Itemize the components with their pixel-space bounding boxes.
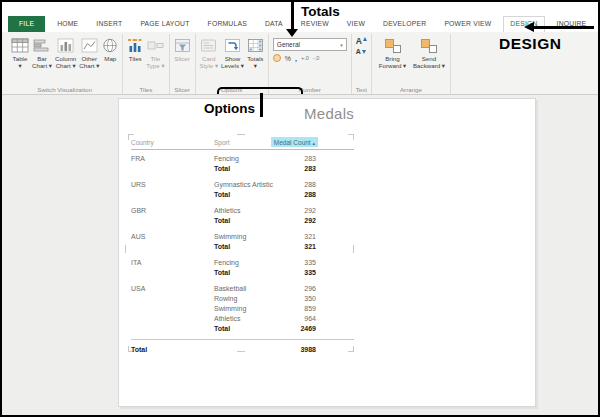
tab-data[interactable]: DATA <box>259 16 289 32</box>
number-format-dropdown[interactable]: General ▾ <box>273 38 347 51</box>
table-cell: 292 <box>286 207 316 214</box>
tab-formulas[interactable]: FORMULAS <box>202 16 253 32</box>
tab-developer[interactable]: DEVELOPER <box>377 16 432 32</box>
tab-file[interactable]: FILE <box>8 16 45 32</box>
totals-button[interactable]: Totals ▾ <box>247 36 264 70</box>
group-slicer: Slicer Slicer <box>170 34 196 94</box>
table-group-aus: AUSSwimming321Total321 <box>131 231 354 251</box>
table-icon <box>11 37 29 53</box>
app-window: FILEHOMEINSERTPAGE LAYOUTFORMULASDATAREV… <box>0 0 600 417</box>
tab-inquire[interactable]: INQUIRE <box>551 16 593 32</box>
table-visualization[interactable]: Country Sport Medal Count ▴ FRAFencing28… <box>131 137 354 354</box>
selection-handle-left[interactable] <box>125 245 126 253</box>
table-row[interactable]: AUSSwimming321 <box>131 231 316 241</box>
table-cell: Total <box>214 217 286 224</box>
table-row[interactable]: USABasketball296 <box>131 283 316 293</box>
group-number: General ▾ % , +.0 -.0 Number <box>269 34 352 94</box>
table-row[interactable]: Total292 <box>131 215 316 225</box>
table-cell: Athletics <box>214 207 286 214</box>
comma-format-button[interactable]: , <box>295 55 297 62</box>
table-row[interactable]: Rowing350 <box>131 293 316 303</box>
other-chart-button[interactable]: Other Chart ▾ <box>79 36 99 70</box>
bring-forward-button[interactable]: Bring Forward ▾ <box>376 36 409 70</box>
table-cell: Rowing <box>214 295 286 302</box>
column-chart-label: Column <box>55 55 76 62</box>
table-row[interactable]: URSGymnastics Artistic288 <box>131 179 316 189</box>
table-row[interactable]: Total321 <box>131 241 316 251</box>
increase-font-button[interactable]: A <box>356 36 367 46</box>
decrease-font-label: A <box>356 48 361 55</box>
group-options: Card Style ▾ Show Levels ▾ Totals ▾ <box>196 34 269 94</box>
bring-forward-caret: Forward ▾ <box>379 62 407 69</box>
table-row[interactable]: Total335 <box>131 267 316 277</box>
report-title[interactable]: Medals <box>304 105 354 122</box>
decrease-font-button[interactable]: A <box>356 48 367 55</box>
tab-home[interactable]: HOME <box>51 16 84 32</box>
table-row[interactable]: Total283 <box>131 163 316 173</box>
send-backward-caret: Backward ▾ <box>413 62 445 69</box>
increase-font-label: A <box>356 36 362 46</box>
number-format-value: General <box>277 41 300 48</box>
column-header-country[interactable]: Country <box>131 139 154 146</box>
table-cell: ITA <box>131 259 214 266</box>
table-cell: FRA <box>131 155 214 162</box>
tab-page-layout[interactable]: PAGE LAYOUT <box>134 16 195 32</box>
table-cell: Fencing <box>214 259 286 266</box>
show-levels-caret: Levels ▾ <box>221 62 244 69</box>
column-chart-icon <box>57 37 74 53</box>
column-header-medal-count[interactable]: Medal Count ▴ <box>271 137 318 147</box>
totals-button-caret: ▾ <box>254 62 257 69</box>
table-row[interactable]: GBRAthletics292 <box>131 205 316 215</box>
decrease-decimal-button[interactable]: -.0 <box>313 55 319 61</box>
pv-table-body: FRAFencing283Total283URSGymnastics Artis… <box>131 150 354 333</box>
tile-type-button[interactable]: Tile Type ▾ <box>146 36 164 70</box>
send-backward-button[interactable]: Send Backward ▾ <box>412 36 446 70</box>
triangle-down-icon <box>362 50 366 54</box>
other-chart-icon <box>81 37 98 53</box>
power-view-sheet[interactable]: Medals Country Sport Medal Count ▴ FRAFe… <box>118 98 536 407</box>
percent-format-button[interactable]: % <box>285 55 291 62</box>
card-style-button[interactable]: Card Style ▾ <box>200 36 219 70</box>
table-cell: Athletics <box>214 315 286 322</box>
bar-chart-button[interactable]: Bar Chart ▾ <box>32 36 52 70</box>
table-row[interactable]: ITAFencing335 <box>131 257 316 267</box>
currency-format-icon[interactable] <box>273 54 281 62</box>
table-row[interactable]: Total2469 <box>131 323 316 333</box>
table-cell: 964 <box>286 315 316 322</box>
bar-chart-icon <box>33 37 50 53</box>
table-cell: 321 <box>286 243 316 250</box>
table-group-fra: FRAFencing283Total283 <box>131 153 354 173</box>
ribbon-tab-bar: FILEHOMEINSERTPAGE LAYOUTFORMULASDATAREV… <box>2 2 598 32</box>
selection-handle-top[interactable] <box>237 134 245 135</box>
table-row[interactable]: FRAFencing283 <box>131 153 316 163</box>
other-chart-label: Other <box>82 55 97 62</box>
map-button[interactable]: Map <box>102 36 118 62</box>
tiles-button[interactable]: Tiles <box>127 36 143 62</box>
table-button[interactable]: Table ▾ <box>11 36 29 70</box>
column-header-sport[interactable]: Sport <box>214 139 230 146</box>
card-style-icon <box>200 37 217 53</box>
grand-total-label: Total <box>131 346 214 353</box>
table-group-urs: URSGymnastics Artistic288Total288 <box>131 179 354 199</box>
table-cell: 350 <box>286 295 316 302</box>
table-cell: Basketball <box>214 285 286 292</box>
column-chart-button[interactable]: Column Chart ▾ <box>55 36 76 70</box>
tab-insert[interactable]: INSERT <box>90 16 128 32</box>
slicer-button[interactable]: Slicer <box>174 36 191 62</box>
tiles-icon <box>127 37 143 53</box>
send-backward-icon <box>420 37 437 53</box>
column-chart-caret: Chart ▾ <box>56 62 76 69</box>
table-button-caret: ▾ <box>18 62 21 69</box>
increase-decimal-button[interactable]: +.0 <box>301 55 309 61</box>
annotation-totals-arrow-line <box>291 2 294 30</box>
show-levels-button[interactable]: Show Levels ▾ <box>221 36 244 70</box>
medal-count-label: Medal Count <box>274 139 311 146</box>
tab-view[interactable]: VIEW <box>341 16 371 32</box>
group-switch-visualization: Table ▾ Bar Chart ▾ Column Chart ▾ <box>7 34 123 94</box>
slicer-icon <box>174 37 191 53</box>
table-row[interactable]: Swimming859 <box>131 303 316 313</box>
table-cell: 859 <box>286 305 316 312</box>
table-row[interactable]: Athletics964 <box>131 313 316 323</box>
tab-power-view[interactable]: POWER VIEW <box>438 16 497 32</box>
table-row[interactable]: Total288 <box>131 189 316 199</box>
